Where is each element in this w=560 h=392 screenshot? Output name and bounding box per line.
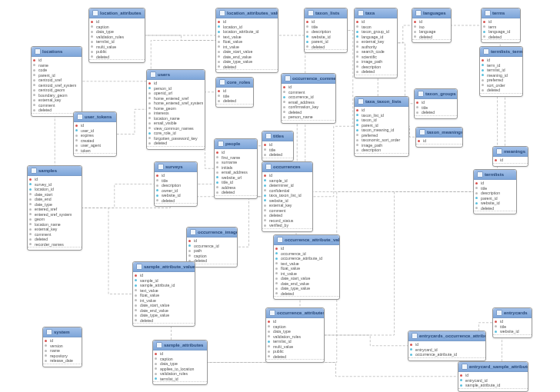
field-recorder_names: recorder_names [28, 242, 82, 247]
entity-fields: idoccurrence_idpathcaptiondeleted [187, 238, 237, 264]
entity-title[interactable]: users [147, 70, 205, 80]
entity-footer [305, 49, 347, 52]
entity-footer [216, 104, 253, 107]
entity-fields: idsample_idsample_attribute_idtext_value… [133, 272, 195, 323]
entity-fields: identrycard_idoccurrence_attribute_id [408, 341, 485, 357]
entity-languages[interactable]: languagesidisolanguagedeleted [412, 8, 452, 43]
entity-termlists_terms[interactable]: termlists_termsidterm_idtermlist_idmeani… [479, 46, 523, 97]
entity-title[interactable]: location_attributes_values [216, 8, 278, 18]
entity-title[interactable]: taxon_groups [415, 89, 457, 99]
field-occurrence_attribute_id: occurrence_attribute_id [408, 352, 485, 357]
entity-fields: idcaptiondata_typevalidation_rulestermli… [89, 18, 145, 59]
entity-occurrence_attribute_values[interactable]: occurrence_attribute_valuesidoccurrence_… [273, 234, 340, 300]
entity-footer [147, 146, 205, 149]
entity-title[interactable]: system [43, 327, 82, 337]
entity-title[interactable]: occurrence_attribute_values [274, 235, 339, 245]
entity-entrycard_sample_attributes[interactable]: entrycard_sample_attributesidentrycard_i… [458, 361, 528, 392]
entity-taxon_meanings[interactable]: taxon_meaningsid [415, 127, 463, 148]
entity-location_attributes[interactable]: location_attributesidcaptiondata_typeval… [88, 8, 145, 63]
entity-samples[interactable]: samplesidsurvey_idlocation_iddate_startd… [27, 165, 82, 251]
entity-fields: idtitledeleted [415, 99, 457, 115]
entity-title[interactable]: people [215, 139, 257, 149]
entity-title[interactable]: entrycards [493, 308, 532, 318]
entity-title[interactable]: locations [32, 47, 82, 57]
entity-meanings[interactable]: meaningsid [492, 146, 528, 167]
entity-system[interactable]: systemidversionnamerepositoryrelease_dat… [42, 327, 82, 367]
entity-title[interactable]: sample_attribute_values [133, 262, 195, 272]
field-deleted: deleted [355, 69, 397, 75]
field-token: token [74, 148, 116, 154]
entity-fields: idsample_iddeterminer_idconfidentialtaxa… [262, 172, 312, 228]
entity-title[interactable]: termlists_terms [480, 47, 522, 57]
entity-title[interactable]: taxa_taxon_lists [355, 97, 408, 107]
entity-taxa[interactable]: taxaidtaxontaxon_group_idlanguage_idexte… [354, 8, 398, 78]
entity-fields: idsurvey_idlocation_iddate_startdate_end… [28, 176, 82, 247]
entity-title[interactable]: languages [412, 8, 451, 18]
entity-occurrences[interactable]: occurrencesidsample_iddeterminer_idconfi… [262, 161, 313, 232]
entity-footer [262, 158, 293, 161]
entity-title[interactable]: titles [262, 131, 293, 141]
entity-footer [493, 334, 532, 337]
entity-fields: idcaptiondata_typevalidation_rulestermli… [266, 318, 324, 359]
entity-title[interactable]: occurrence_images [187, 228, 237, 238]
entity-entrycards[interactable]: entrycardsidtitlewebsite_id [492, 307, 532, 338]
entity-surveys[interactable]: surveysidtitledescriptionowner_idwebsite… [154, 161, 198, 207]
entity-occurrence_comments[interactable]: occurrence_commentsidcommentoccurrence_i… [281, 73, 336, 124]
field-deleted: deleted [147, 141, 205, 146]
entity-title[interactable]: entrycards_occurrence_attributes [408, 331, 485, 341]
entity-footer [282, 120, 335, 123]
entity-title[interactable]: occurrence_attributes [266, 308, 324, 318]
entity-title[interactable]: surveys [155, 162, 197, 172]
entity-taxon_groups[interactable]: taxon_groupsidtitledeleted [414, 88, 458, 119]
entity-fields: idnamecodeparent_idcentroid_srefcentroid… [32, 57, 82, 113]
entity-titles[interactable]: titlesidtitledeleted [262, 131, 294, 161]
entity-termlists[interactable]: termlistsidtitledescriptionparent_idwebs… [473, 169, 517, 214]
field-sample_attribute_id: sample_attribute_id [458, 383, 528, 388]
field-deleted: deleted [266, 354, 324, 360]
field-website_id: website_id [493, 329, 532, 334]
entity-title[interactable]: core_roles [216, 78, 253, 88]
entity-fields: idfirst_namesurnameinitialsemail_address… [215, 149, 257, 195]
field-id: id [416, 138, 462, 144]
entity-taxa_taxon_lists[interactable]: taxa_taxon_listsidtaxon_list_idtaxon_idp… [354, 96, 409, 157]
entity-location_attribute_values[interactable]: location_attributes_valuesidlocation_idl… [215, 8, 278, 73]
field-deleted: deleted [133, 318, 195, 324]
entity-occurrence_attributes[interactable]: occurrence_attributesidcaptiondata_typev… [265, 307, 325, 363]
entity-footer [415, 115, 457, 118]
entity-sample_attribute_values[interactable]: sample_attribute_valuesidsample_idsample… [132, 261, 195, 327]
entity-title[interactable]: termlists [474, 170, 516, 180]
entity-footer [89, 59, 145, 62]
entity-taxon_lists[interactable]: taxon_listsidtitledescriptionwebsite_idp… [304, 8, 348, 53]
entity-terms[interactable]: termsidtermlanguage_iddeleted [481, 8, 521, 43]
entity-people[interactable]: peopleidfirst_namesurnameinitialsemail_a… [214, 138, 258, 199]
field-deleted: deleted [415, 110, 457, 115]
entity-title[interactable]: occurrence_comments [282, 74, 335, 84]
entity-fields: identrycard_idsample_attribute_id [458, 372, 528, 388]
entity-footer [262, 228, 312, 231]
entity-footer [274, 296, 339, 299]
entity-title[interactable]: taxa [355, 8, 397, 18]
entity-entrycards_occurrence_attributes[interactable]: entrycards_occurrence_attributesidentryc… [408, 331, 486, 361]
entity-title[interactable]: location_attributes [89, 8, 145, 18]
entity-title[interactable]: samples [28, 166, 82, 176]
field-description: description [355, 148, 408, 153]
entity-users[interactable]: usersidperson_idopenid_urlhome_entered_s… [146, 69, 205, 150]
field-deleted: deleted [89, 55, 145, 60]
entity-title[interactable]: terms [482, 8, 520, 18]
entity-title[interactable]: sample_attributes [153, 341, 207, 350]
entity-sample_attributes[interactable]: sample_attributesidcaptiondata_typeappli… [152, 340, 208, 385]
entity-user_tokens[interactable]: user_tokensiduser_idexpirescreateduser_a… [73, 111, 117, 157]
entity-title[interactable]: taxon_lists [305, 8, 347, 18]
entity-fields: idtitlewebsite_id [493, 318, 532, 334]
entity-title[interactable]: occurrences [262, 162, 312, 172]
entity-footer [493, 163, 528, 166]
entity-title[interactable]: entrycard_sample_attributes [458, 362, 528, 372]
entity-locations[interactable]: locationsidnamecodeparent_idcentroid_sre… [31, 46, 82, 117]
entity-title[interactable]: meanings [493, 147, 528, 157]
entity-core_roles[interactable]: core_rolesidtitledeleted [215, 77, 254, 108]
entity-footer [458, 388, 528, 391]
entity-title[interactable]: user_tokens [74, 112, 116, 122]
entity-title[interactable]: taxon_meanings [416, 128, 462, 138]
entity-footer [408, 357, 485, 360]
entity-footer [133, 323, 195, 326]
